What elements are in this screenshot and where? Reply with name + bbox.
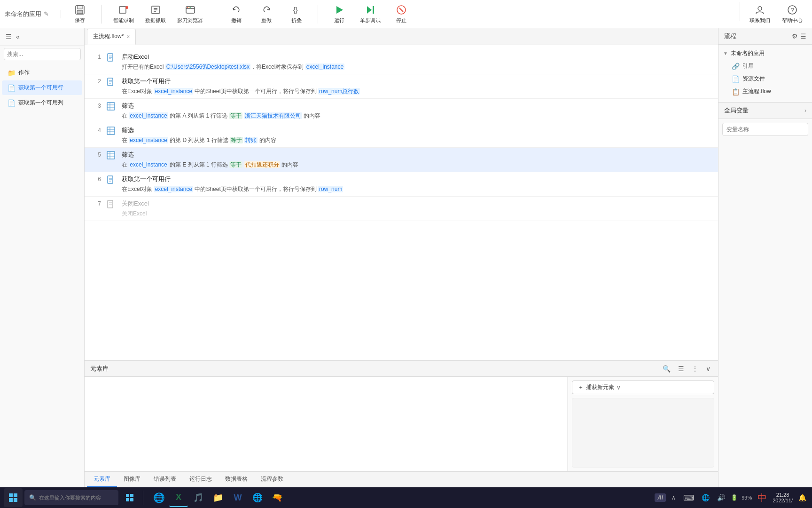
flow-content: 1 启动Excel 打开已有的Excel C:\Users\25569\Desk… [85, 45, 718, 360]
global-vars-input[interactable] [722, 123, 808, 136]
taskbar-network-icon[interactable]: 🌐 [700, 492, 711, 503]
svg-point-12 [188, 7, 189, 8]
save-button[interactable]: 保存 [66, 2, 94, 26]
taskbar-clock[interactable]: 21:28 2022/11/ [773, 492, 793, 503]
main-flow-icon: 📋 [732, 88, 740, 95]
tree-item-reference[interactable]: 🔗 引用 [718, 60, 812, 72]
flow-row-2[interactable]: 2 获取第一个可用行 在Excel对象 excel_instance 中的She… [85, 74, 718, 99]
tab-images[interactable]: 图像库 [117, 472, 147, 487]
sidebar-item-label-get-row: 获取第一个可用行 [18, 84, 63, 92]
flow-row-6[interactable]: 6 获取第一个可用行 在Excel对象 excel_instance 中的She… [85, 172, 718, 197]
sidebar-sort-icon[interactable]: ☰ [5, 32, 13, 41]
flow-num-5: 5 [92, 151, 101, 158]
flow-row-5[interactable]: 5 筛选 在 excel_instance 的第 E 列从第 1 行筛选 等于 … [85, 148, 718, 172]
library-search-icon[interactable]: 🔍 [661, 364, 672, 373]
stop-icon [396, 4, 407, 16]
taskbar-app-extra[interactable]: 🔫 [268, 488, 287, 507]
help-label: 帮助中心 [782, 17, 803, 24]
taskbar-app-chrome[interactable]: 🌐 [248, 488, 267, 507]
fold-label: 折叠 [291, 17, 302, 24]
run-button[interactable]: 运行 [325, 2, 353, 26]
help-button[interactable]: ? 帮助中心 [777, 2, 807, 26]
flow-row-3[interactable]: 3 筛选 在 excel_instance 的第 A 列从第 1 行筛选 等于 … [85, 99, 718, 123]
library-more-icon[interactable]: ⋮ [690, 364, 700, 373]
capture-button[interactable]: ＋ 捕获新元素 ∨ [572, 381, 714, 394]
sidebar-search-input[interactable] [4, 48, 81, 60]
taskbar-start-button[interactable] [4, 488, 23, 507]
step-icon [365, 4, 376, 16]
tab-errors[interactable]: 错误列表 [147, 472, 183, 487]
taskbar-search-bar[interactable]: 🔍 在这里输入你要搜索的内容 [24, 490, 118, 505]
record-button[interactable]: 智能录制 [109, 2, 139, 26]
tab-run-log[interactable]: 运行日志 [183, 472, 219, 487]
step-label: 单步调试 [360, 17, 381, 24]
right-panel-icon-2[interactable]: ☰ [800, 32, 806, 40]
taskbar-keyboard-icon[interactable]: ⌨ [681, 492, 696, 504]
sidebar-item-get-row[interactable]: 📄 获取第一个可用行 [2, 80, 82, 95]
toolbar: 未命名的应用 ✎ 保存 智能录制 [0, 0, 812, 28]
tree-item-main-flow[interactable]: 📋 主流程.flow [718, 85, 812, 98]
undo-button[interactable]: 撤销 [222, 2, 250, 26]
taskbar-battery-pct: 99% [742, 495, 752, 500]
tab-data-table[interactable]: 数据表格 [219, 472, 254, 487]
taskbar-app-excel[interactable]: X [169, 488, 188, 507]
taskbar: 🔍 在这里输入你要搜索的内容 🌐 X 🎵 📁 W 🌐 🔫 Ai ∧ ⌨ 🌐 🔊 … [0, 487, 812, 508]
toolbar-sep-2 [215, 5, 215, 24]
tree-item-reference-label: 引用 [742, 62, 754, 70]
library-sort-icon[interactable]: ☰ [676, 364, 686, 373]
tab-flow-params[interactable]: 流程参数 [254, 472, 290, 487]
stop-label: 停止 [396, 17, 406, 24]
taskbar-lang-icon[interactable]: 中 [756, 490, 769, 506]
taskbar-app-edge[interactable]: 🌐 [149, 488, 168, 507]
flow-row-7[interactable]: 7 关闭Excel 关闭Excel [85, 197, 718, 221]
taskbar-search-text: 在这里输入你要搜索的内容 [39, 494, 101, 501]
extract-button[interactable]: 数据抓取 [141, 2, 171, 26]
tab-bar: 主流程.flow* × [85, 28, 718, 45]
right-panel-icon-1[interactable]: ⚙ [792, 32, 798, 40]
taskbar-app-folder[interactable]: 📁 [209, 488, 227, 507]
taskbar-arrow-icon[interactable]: ∧ [670, 492, 678, 503]
tab-close-icon[interactable]: × [126, 33, 130, 40]
svg-rect-31 [107, 103, 115, 110]
tree-group-header[interactable]: ▼ 未命名的应用 [718, 47, 812, 60]
flow-row-1[interactable]: 1 启动Excel 打开已有的Excel C:\Users\25569\Desk… [85, 50, 718, 74]
flow-row-4[interactable]: 4 筛选 在 excel_instance 的第 D 列从第 1 行筛选 等于 … [85, 123, 718, 148]
taskbar-time: 21:28 [773, 492, 793, 498]
svg-point-20 [758, 7, 762, 10]
svg-rect-35 [107, 127, 115, 135]
taskbar-app-music[interactable]: 🎵 [189, 488, 208, 507]
sidebar-header: ☰ « [0, 28, 84, 46]
flow-icon-5 [107, 151, 116, 160]
center-content: 主流程.flow* × 1 启动Excel 打开已有的Excel C:\User… [85, 28, 718, 487]
redo-button[interactable]: 重做 [252, 2, 281, 26]
svg-rect-53 [14, 498, 17, 502]
sidebar-item-actions[interactable]: 📁 作作 [2, 65, 82, 80]
sidebar-item-get-col[interactable]: 📄 获取第一个可用列 [2, 95, 82, 110]
step-button[interactable]: 单步调试 [355, 2, 385, 26]
taskbar-app-word[interactable]: W [228, 488, 247, 507]
sidebar-collapse-icon[interactable]: « [15, 32, 21, 41]
fold-button[interactable]: {} 折叠 [282, 2, 311, 26]
extract-icon [150, 4, 161, 16]
taskbar-battery-icon: 🔋 [731, 494, 738, 501]
taskbar-view-icon[interactable] [120, 488, 139, 507]
flow-num-4: 4 [92, 126, 101, 134]
contact-button[interactable]: 联系我们 [745, 2, 775, 26]
right-panel: 流程 ⚙ ☰ ▼ 未命名的应用 🔗 引用 📄 资源文件 [718, 28, 812, 487]
library-expand-icon[interactable]: ∨ [704, 364, 712, 373]
browser-button[interactable]: 影刀浏览器 [172, 2, 208, 26]
global-vars-header: 全局变量 › [718, 103, 812, 119]
tree-item-resources[interactable]: 📄 资源文件 [718, 72, 812, 85]
taskbar-notification-icon[interactable]: 🔔 [796, 492, 808, 503]
fold-icon: {} [291, 4, 302, 16]
resources-icon: 📄 [732, 75, 740, 83]
main-flow-tab[interactable]: 主流程.flow* × [87, 29, 136, 45]
tab-elements[interactable]: 元素库 [87, 472, 117, 487]
flow-icon-4 [107, 127, 116, 136]
global-vars-chevron-icon: › [804, 107, 806, 114]
stop-button[interactable]: 停止 [387, 2, 415, 26]
help-icon: ? [787, 4, 798, 16]
flow-title-1: 启动Excel [122, 53, 711, 61]
taskbar-sound-icon[interactable]: 🔊 [715, 492, 727, 503]
edit-title-icon[interactable]: ✎ [44, 10, 49, 17]
